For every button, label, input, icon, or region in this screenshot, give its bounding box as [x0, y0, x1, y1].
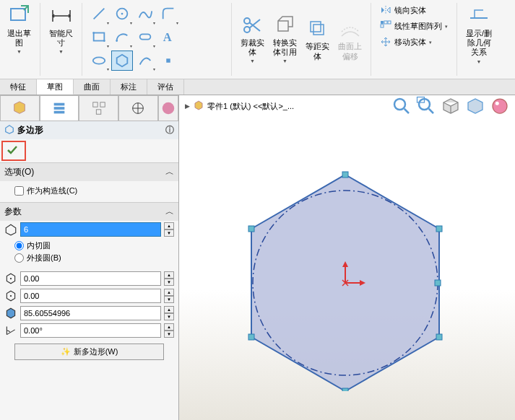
svg-rect-17 [384, 21, 387, 24]
smart-dimension-button[interactable]: 智能尺 寸 ▼ [45, 1, 77, 58]
cx-spinner[interactable]: ▲▼ [164, 271, 174, 286]
svg-rect-19 [381, 25, 384, 27]
params-section-header[interactable]: 参数 ︿ [0, 202, 178, 221]
center-x-input[interactable] [20, 271, 161, 286]
graphics-area[interactable]: ▶ 零件1 (默认) <<默认>_... [179, 95, 515, 420]
relations-icon [467, 4, 490, 27]
svg-rect-0 [11, 9, 25, 20]
svg-rect-43 [342, 172, 348, 178]
spline-tool[interactable]: ▾ [134, 3, 156, 25]
tab-sketch[interactable]: 草图 [37, 79, 74, 95]
svg-marker-10 [117, 55, 128, 67]
ellipse-tool[interactable]: ▾ [88, 51, 110, 71]
display-style-icon[interactable] [464, 97, 486, 115]
construction-checkbox-input[interactable] [14, 186, 24, 196]
construction-line-checkbox[interactable]: 作为构造线(C) [14, 185, 173, 196]
diameter-input[interactable] [20, 306, 161, 320]
curve-tool[interactable]: ▾ [134, 51, 156, 71]
arc-tool[interactable]: ▾ [111, 26, 133, 48]
fillet-tool[interactable]: ▾ [157, 3, 179, 25]
center-y-input[interactable] [20, 289, 161, 303]
display-tab[interactable] [158, 95, 178, 121]
options-section-header[interactable]: 选项(O) ︿ [0, 162, 178, 181]
offset-button[interactable]: 等距实 体 [301, 14, 334, 64]
dia-spinner[interactable]: ▲▼ [164, 306, 174, 320]
configuration-tab[interactable] [79, 95, 118, 121]
circle-tool[interactable]: ▾ [111, 3, 133, 25]
svg-rect-49 [435, 280, 441, 286]
help-icon[interactable]: ⓘ [165, 124, 174, 136]
svg-rect-15 [313, 25, 324, 35]
dropdown-arrow-icon: ▼ [17, 49, 22, 55]
svg-rect-47 [248, 334, 254, 340]
text-tool[interactable]: A [157, 26, 179, 48]
svg-rect-20 [470, 17, 488, 19]
ok-button[interactable] [6, 149, 19, 158]
new-polygon-button[interactable]: ✨ 新多边形(W) [14, 344, 164, 360]
property-manager-panel: 多边形 ⓘ 选项(O) ︿ 作为构造线(C) 参数 ︿ ▲▼ [0, 95, 179, 420]
polygon-tool[interactable] [111, 51, 133, 71]
smart-dimension-label: 智能尺 寸 [49, 29, 73, 48]
tab-surface[interactable]: 曲面 [74, 79, 111, 95]
svg-rect-21 [54, 103, 65, 106]
exit-sketch-button[interactable]: 退出草 图 ▼ [3, 1, 35, 58]
sides-spinner[interactable]: ▲▼ [164, 222, 174, 237]
trim-icon [241, 14, 264, 37]
convert-label: 转换实 体引用 [273, 38, 297, 57]
inscribed-radio[interactable]: 内切圆 [14, 240, 173, 252]
inscribed-radio-input[interactable] [14, 241, 24, 250]
show-delete-relations-button[interactable]: 显示/删 除几何 关系 ▼ [462, 1, 496, 68]
svg-rect-3 [94, 33, 105, 41]
dropdown-arrow-icon: ▼ [250, 58, 255, 64]
center-y-icon [4, 289, 17, 302]
tree-expand-icon[interactable]: ▶ [185, 102, 190, 110]
sketch-hexagon[interactable] [215, 146, 475, 391]
surface-offset-button: 曲面上 偏移 [334, 14, 366, 64]
line-tool[interactable]: ▾ [88, 3, 110, 25]
zoom-fit-icon[interactable] [391, 97, 412, 115]
offset-label: 等距实 体 [306, 42, 329, 61]
slot-tool[interactable]: ▾ [134, 26, 156, 48]
move-button[interactable]: 移动实体 ▾ [377, 35, 451, 49]
polygon-header-icon [4, 124, 14, 136]
point-tool[interactable] [157, 51, 179, 71]
svg-rect-14 [311, 22, 321, 32]
svg-point-28 [163, 102, 175, 115]
convert-icon [274, 14, 297, 37]
view-orientation-icon[interactable] [440, 97, 462, 115]
convert-button[interactable]: 转换实 体引用 ▼ [269, 11, 301, 68]
property-manager-tab[interactable] [40, 95, 79, 121]
mirror-icon [380, 4, 391, 16]
sides-icon [4, 223, 17, 236]
dropdown-arrow-icon: ▼ [59, 49, 64, 55]
dimxpert-tab[interactable] [118, 95, 158, 121]
offset-icon [306, 17, 329, 40]
angle-spinner[interactable]: ▲▼ [164, 323, 174, 338]
cy-spinner[interactable]: ▲▼ [164, 289, 174, 303]
svg-rect-23 [54, 111, 65, 114]
part-icon [193, 100, 204, 113]
zoom-area-icon[interactable] [415, 97, 437, 115]
collapse-icon: ︿ [165, 206, 174, 218]
appearance-icon[interactable] [489, 97, 511, 115]
params-label: 参数 [4, 206, 22, 218]
svg-marker-29 [6, 126, 14, 134]
circumscribed-radio-input[interactable] [14, 253, 24, 263]
tab-annotate[interactable]: 标注 [111, 79, 147, 95]
pattern-icon [380, 20, 391, 32]
tab-feature[interactable]: 特征 [0, 79, 37, 95]
rectangle-tool[interactable]: ▾ [88, 26, 110, 48]
sides-input[interactable] [20, 222, 161, 237]
circumscribed-radio[interactable]: 外接圆(B) [14, 252, 173, 264]
trim-button[interactable]: 剪裁实 体 ▼ [236, 11, 269, 68]
svg-rect-18 [388, 21, 391, 24]
tab-evaluate[interactable]: 评估 [147, 79, 184, 95]
dropdown-arrow-icon: ▼ [282, 58, 287, 64]
mirror-button[interactable]: 镜向实体 [377, 3, 451, 17]
feature-manager-tab[interactable] [0, 95, 40, 121]
linear-pattern-button[interactable]: 线性草图阵列 ▾ [377, 19, 451, 33]
exit-sketch-icon [8, 4, 31, 27]
svg-rect-46 [342, 388, 348, 391]
angle-input[interactable] [20, 323, 161, 338]
svg-point-6 [116, 40, 118, 42]
